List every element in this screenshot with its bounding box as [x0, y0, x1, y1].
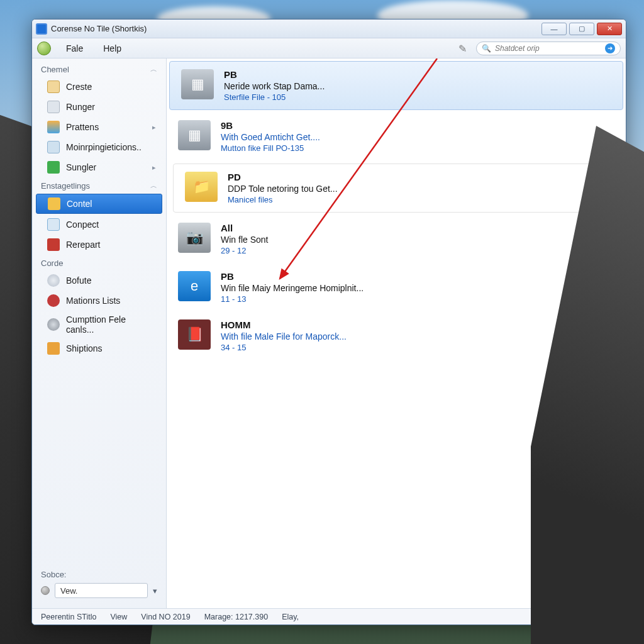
- menu-help[interactable]: Help: [94, 41, 130, 56]
- list-item[interactable]: 📕 HOMM With file Male File for Maporck..…: [167, 312, 626, 360]
- search-icon: 🔍: [482, 44, 491, 53]
- sidebar-item-sungler[interactable]: Sungler ▸: [36, 158, 162, 177]
- maximize-button[interactable]: ▢: [569, 23, 594, 35]
- sidebar-item-conpect[interactable]: Conpect: [36, 215, 162, 234]
- sidebar-item-label: Prattens: [66, 122, 99, 132]
- sidebar-group-corde[interactable]: Corde: [32, 255, 166, 270]
- box-icon: ▦: [178, 120, 211, 150]
- status-item: Elay,: [282, 613, 299, 621]
- search-box[interactable]: 🔍 ➜: [476, 42, 621, 55]
- collapse-icon: ︿: [150, 65, 157, 74]
- sidebar-item-mationrs[interactable]: Mationrs Lists: [36, 291, 162, 310]
- sidebar-group-chemel[interactable]: Chemel ︿: [32, 61, 166, 77]
- list-item-desc: Win file Maiy Meringeme Homiplnit...: [221, 283, 364, 293]
- sidebar-group-label: Chemel: [41, 65, 69, 74]
- bulb-icon: [47, 274, 60, 287]
- sidebar-item-label: Moinrpingieticions..: [66, 142, 142, 152]
- sidebar-item-contel[interactable]: Contel: [36, 194, 162, 214]
- chevron-right-icon: ▸: [152, 123, 156, 131]
- sidebar-item-runger[interactable]: Runger: [36, 97, 162, 116]
- list-item-title: All: [221, 223, 268, 233]
- list-item-title: PD: [228, 172, 338, 182]
- status-bar: Peerentin STitlo View Vind NO 2019 Marag…: [32, 608, 626, 625]
- list-item-meta: 11 - 13: [221, 294, 364, 304]
- sidebar-item-moinrping[interactable]: Moinrpingieticions..: [36, 138, 162, 157]
- list-item-title: HOMM: [221, 319, 347, 330]
- sidebar: Chemel ︿ Creste Runger Prattens ▸ Moinrp…: [32, 58, 167, 608]
- search-input[interactable]: [495, 44, 601, 53]
- box-icon: ▦: [181, 69, 214, 99]
- app-icon: [36, 23, 47, 35]
- wand-icon[interactable]: ✎: [458, 43, 470, 54]
- report-icon: [47, 238, 60, 251]
- list-item-desc: Neride work Stap Dama...: [224, 81, 325, 91]
- sidebar-item-creste[interactable]: Creste: [36, 77, 162, 96]
- sidebar-item-label: Sungler: [66, 162, 96, 172]
- disc-icon: [47, 318, 60, 331]
- list-item-meta: 34 - 15: [221, 343, 347, 352]
- camera-icon: 📷: [178, 223, 211, 253]
- sidebar-item-cumpttion[interactable]: Cumpttion Fele canls...: [36, 311, 162, 338]
- folder-icon: [47, 80, 60, 93]
- status-item: Marage: 1217.390: [204, 613, 268, 621]
- sidebar-item-rerepart[interactable]: Rerepart: [36, 235, 162, 254]
- list-item-desc: Win fle Sont: [221, 235, 268, 245]
- collapse-icon: ︿: [150, 181, 157, 191]
- menu-fale[interactable]: Fale: [57, 41, 92, 56]
- sidebar-item-label: Rerepart: [66, 240, 100, 250]
- list-item-meta: Manicel files: [228, 195, 338, 204]
- status-dot-icon: [41, 586, 50, 595]
- minimize-button[interactable]: —: [541, 23, 567, 35]
- sidebar-item-label: Runger: [66, 102, 95, 112]
- sidebar-item-label: Conpect: [66, 219, 99, 230]
- list-item-meta: Mutton fike Fill PO-135: [221, 143, 320, 153]
- search-go-icon[interactable]: ➜: [605, 43, 615, 53]
- source-combo[interactable]: Vew.: [55, 583, 148, 598]
- window-icon: [47, 141, 60, 153]
- status-item: Vind NO 2019: [141, 613, 190, 621]
- source-combo-value: Vew.: [60, 586, 77, 596]
- list-item-meta: Sterfile File - 105: [224, 92, 325, 102]
- tiles-icon: [47, 121, 60, 133]
- list-item[interactable]: e PB Win file Maiy Meringeme Homiplnit..…: [167, 264, 626, 312]
- page-icon: [47, 218, 60, 231]
- list-item-desc: With file Male File for Maporck...: [221, 331, 347, 341]
- chevron-right-icon: ▸: [152, 164, 156, 172]
- menubar: Fale Help ✎ 🔍 ➜: [32, 38, 626, 58]
- status-item: Peerentin STitlo: [41, 613, 96, 621]
- sidebar-item-label: Bofute: [66, 275, 91, 286]
- list-item[interactable]: 📷 All Win fle Sont 29 - 12: [167, 215, 626, 264]
- list-item[interactable]: ▦ PB Neride work Stap Dama... Sterfile F…: [169, 61, 623, 110]
- list-item-title: 9B: [221, 120, 320, 131]
- sidebar-group-label: Enstagetlings: [41, 181, 90, 191]
- list-item-title: PB: [224, 69, 325, 80]
- list-icon: [47, 294, 60, 307]
- sidebar-item-label: Contel: [67, 199, 92, 209]
- sidebar-item-label: Shiptions: [66, 343, 103, 353]
- titlebar: Corense No Tile (Shortkis) — ▢ ✕: [32, 19, 626, 38]
- user-icon: [37, 42, 51, 55]
- list-item[interactable]: 📁 PD DDP Tole netoring tou Get... Manice…: [173, 164, 619, 213]
- sidebar-item-label: Mationrs Lists: [66, 296, 120, 306]
- sidebar-item-prattens[interactable]: Prattens ▸: [36, 118, 162, 136]
- sidebar-footer: Sobce: Vew. ▾: [32, 563, 166, 608]
- sidebar-item-shiptions[interactable]: Shiptions: [36, 339, 162, 358]
- grid-icon: [47, 161, 60, 174]
- star-icon: [48, 197, 60, 210]
- folder-icon: 📁: [185, 172, 218, 202]
- content-pane: ▦ PB Neride work Stap Dama... Sterfile F…: [167, 58, 626, 608]
- close-button[interactable]: ✕: [597, 23, 622, 35]
- list-item-desc: DDP Tole netoring tou Get...: [228, 184, 338, 194]
- book-icon: 📕: [178, 319, 211, 350]
- sidebar-group-enstagetlings[interactable]: Enstagetlings ︿: [32, 177, 166, 193]
- person-icon: [47, 101, 60, 113]
- chevron-down-icon[interactable]: ▾: [153, 586, 157, 596]
- sidebar-item-bofute[interactable]: Bofute: [36, 271, 162, 290]
- list-item-meta: 29 - 12: [221, 246, 268, 255]
- sidebar-group-label: Corde: [41, 258, 63, 268]
- sidebar-footer-label: Sobce:: [41, 570, 157, 579]
- list-item-title: PB: [221, 271, 364, 282]
- app-window: Corense No Tile (Shortkis) — ▢ ✕ Fale He…: [31, 19, 626, 625]
- list-item[interactable]: ▦ 9B With Goed Amticht Get.... Mutton fi…: [167, 113, 626, 161]
- status-item: View: [110, 613, 127, 621]
